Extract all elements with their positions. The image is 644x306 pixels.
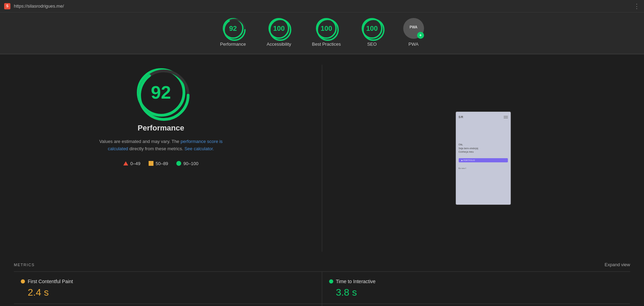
score-circle-accessibility: 100 — [268, 18, 289, 39]
metric-dot-fcp — [21, 279, 25, 284]
calculator-link[interactable]: See calculator. — [184, 146, 214, 151]
score-circle-best-practices: 100 — [316, 18, 337, 39]
pwa-badge: + — [417, 32, 424, 39]
browser-bar: S https://silasrodrigues.me/ ⋮ — [0, 0, 644, 12]
screenshot-portfolio-btn: ▶ PORTFOLIO — [459, 158, 508, 162]
metric-dot-tti — [329, 279, 333, 284]
legend-item-green: 90–100 — [176, 161, 198, 166]
metric-header-fcp: First Contentful Paint — [21, 279, 315, 284]
main-score-title: Performance — [138, 124, 184, 133]
score-item-seo[interactable]: 100 SEO — [362, 18, 382, 47]
legend-square-icon — [149, 161, 153, 166]
big-score-circle: 92 — [137, 68, 185, 117]
metric-name-tti: Time to Interactive — [336, 279, 376, 284]
legend-item-orange: 50–89 — [149, 161, 168, 166]
pwa-circle: PWA + — [403, 18, 424, 39]
score-label-seo: SEO — [367, 42, 377, 47]
panel-divider — [322, 65, 322, 252]
score-circle-seo: 100 — [362, 18, 382, 39]
legend-item-red: 0–49 — [123, 161, 140, 166]
metrics-grid: First Contentful Paint 2.4 s Time to Int… — [14, 272, 630, 306]
score-item-pwa[interactable]: PWA + PWA — [403, 18, 424, 47]
screenshot-menu-line-3 — [504, 118, 508, 118]
metric-item-tti: Time to Interactive 3.8 s — [322, 272, 630, 304]
score-label-best-practices: Best Practices — [312, 42, 341, 47]
svg-point-3 — [317, 19, 338, 40]
metric-item-si: Speed Index 2.7 s — [14, 304, 322, 306]
pwa-icon-container: PWA + — [403, 18, 424, 39]
score-item-accessibility[interactable]: 100 Accessibility — [267, 18, 291, 47]
main-content: 92 Performance Values are estimated and … — [0, 54, 644, 262]
metric-item-fcp: First Contentful Paint 2.4 s — [14, 272, 322, 304]
score-item-best-practices[interactable]: 100 Best Practices — [312, 18, 341, 47]
score-label-pwa: PWA — [408, 42, 418, 47]
screenshot-subtitle: Eu sou I — [459, 167, 508, 169]
metrics-label: METRICS — [14, 263, 35, 267]
screenshot-menu-lines — [504, 116, 508, 118]
screenshot-header: SR — [459, 115, 508, 119]
legend-dot-icon — [176, 161, 181, 166]
score-circle-performance: 92 — [223, 18, 244, 39]
screenshot-menu-line-1 — [504, 116, 508, 116]
metric-item-tbt: Total Blocking Time 140 ms — [322, 304, 630, 306]
browser-favicon: S — [4, 3, 10, 9]
score-legend: 0–49 50–89 90–100 — [123, 161, 198, 166]
score-label-accessibility: Accessibility — [267, 42, 291, 47]
right-panel: SR Olá,Seja bem-vindo(a)Conheça meu ▶ PO… — [336, 65, 630, 252]
pwa-badge-icon: + — [419, 33, 422, 38]
score-label-performance: Performance — [220, 42, 246, 47]
screenshot-logo: SR — [459, 115, 464, 119]
score-description: Values are estimated and may vary. The p… — [95, 138, 227, 153]
left-panel: 92 Performance Values are estimated and … — [14, 65, 308, 252]
expand-view-button[interactable]: Expand view — [605, 262, 630, 267]
browser-url: https://silasrodrigues.me/ — [14, 3, 64, 9]
svg-point-2 — [270, 19, 291, 40]
metric-value-fcp: 2.4 s — [21, 287, 315, 298]
metric-name-fcp: First Contentful Paint — [28, 279, 73, 284]
legend-triangle-icon — [123, 161, 128, 165]
metrics-header: METRICS Expand view — [14, 262, 630, 272]
score-summary-bar: 92 Performance 100 Accessibility 100 Bes… — [0, 12, 644, 54]
metric-header-tti: Time to Interactive — [329, 279, 623, 284]
svg-point-4 — [363, 19, 384, 40]
site-screenshot: SR Olá,Seja bem-vindo(a)Conheça meu ▶ PO… — [456, 111, 511, 205]
browser-menu-icon[interactable]: ⋮ — [634, 2, 640, 10]
screenshot-menu-line-2 — [504, 117, 508, 117]
screenshot-greeting: Olá,Seja bem-vindo(a)Conheça meu — [459, 143, 508, 154]
pwa-text: PWA — [409, 25, 417, 29]
metrics-section: METRICS Expand view First Contentful Pai… — [0, 262, 644, 306]
metric-value-tti: 3.8 s — [329, 287, 623, 298]
score-item-performance[interactable]: 92 Performance — [220, 18, 246, 47]
